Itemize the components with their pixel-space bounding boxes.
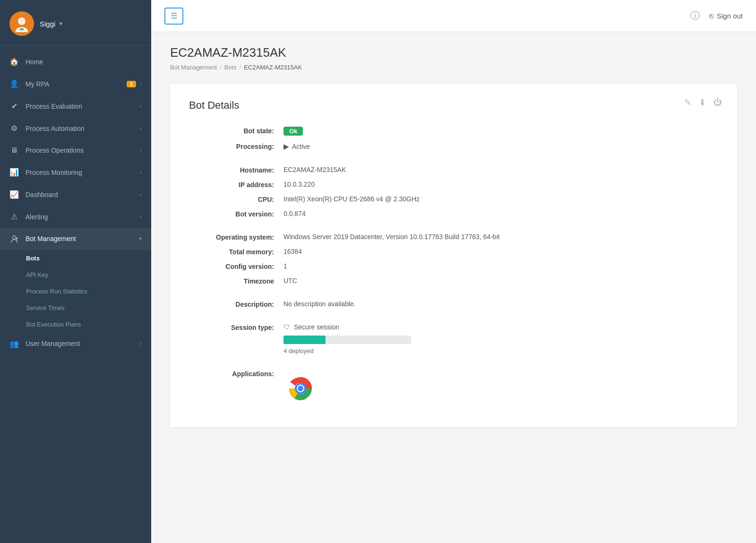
applications-row: Applications: bbox=[189, 370, 718, 405]
breadcrumb-bot-management[interactable]: Bot Management bbox=[170, 64, 217, 71]
svg-point-0 bbox=[18, 17, 26, 25]
pm-arrow: › bbox=[140, 169, 142, 176]
sidebar-nav: 🏠 Home 👤 My RPA 1 › ✔ Process Evaluation… bbox=[0, 46, 151, 543]
os-label: Operating system: bbox=[189, 233, 284, 241]
bot-version-label: Bot version: bbox=[189, 210, 284, 218]
signout-arrow-icon: ⎋ bbox=[709, 12, 714, 20]
memory-value: 16384 bbox=[284, 248, 718, 255]
shield-icon: 🛡 bbox=[284, 323, 290, 331]
bot-version-row: Bot version: 0.0.874 bbox=[189, 210, 718, 218]
alert-arrow: › bbox=[140, 214, 142, 220]
os-value: Windows Server 2019 Datacenter, Version … bbox=[284, 233, 718, 241]
sidebar-item-user-management[interactable]: 👥 User Management › bbox=[0, 333, 151, 355]
svg-point-3 bbox=[12, 236, 16, 239]
processing-label: Processing: bbox=[189, 142, 284, 150]
sub-nav-api-key[interactable]: API Key bbox=[0, 267, 151, 283]
cpu-label: CPU: bbox=[189, 195, 284, 203]
home-icon: 🏠 bbox=[9, 57, 19, 66]
bot-state-badge: Ok bbox=[284, 127, 303, 136]
card-title: Bot Details bbox=[189, 99, 718, 112]
play-icon: ▶ bbox=[284, 142, 289, 151]
config-value: 1 bbox=[284, 262, 718, 270]
avatar bbox=[9, 11, 34, 36]
breadcrumb: Bot Management / Bots / EC2AMAZ-M2315AK bbox=[170, 64, 737, 71]
session-label: Session type: bbox=[189, 323, 284, 331]
pe-arrow: › bbox=[140, 103, 142, 110]
cpu-value: Intel(R) Xeon(R) CPU E5-2686 v4 @ 2.30GH… bbox=[284, 195, 718, 203]
process-monitoring-icon: 📊 bbox=[9, 168, 19, 177]
dashboard-icon: 📈 bbox=[9, 190, 19, 199]
myrpa-badge: 1 bbox=[127, 81, 136, 87]
progress-bar-fill bbox=[284, 336, 326, 344]
hostname-label: Hostname: bbox=[189, 166, 284, 174]
user-profile: Siggi ▼ bbox=[0, 0, 151, 46]
session-value: 🛡 Secure session 4 deployed bbox=[284, 323, 718, 354]
sub-nav-bot-execution-plans[interactable]: Bot Execution Plans bbox=[0, 316, 151, 333]
memory-row: Total memory: 16384 bbox=[189, 248, 718, 256]
dash-arrow: › bbox=[140, 191, 142, 198]
sidebar-item-process-automation[interactable]: ⚙ Process Automation › bbox=[0, 117, 151, 139]
bot-state-row: Bot state: Ok bbox=[189, 127, 718, 136]
topbar-right: ⓘ ⎋ Sign out bbox=[690, 9, 743, 22]
sidebar: Siggi ▼ 🏠 Home 👤 My RPA 1 › ✔ Proces bbox=[0, 0, 151, 543]
sidebar-item-home[interactable]: 🏠 Home bbox=[0, 51, 151, 73]
um-arrow: › bbox=[140, 340, 142, 347]
breadcrumb-current: EC2AMAZ-M2315AK bbox=[244, 64, 302, 71]
edit-icon[interactable]: ✎ bbox=[684, 97, 691, 108]
page-title: EC2AMAZ-M2315AK bbox=[170, 45, 737, 60]
svg-point-4 bbox=[16, 237, 18, 239]
ip-row: IP address: 10.0.3.220 bbox=[189, 181, 718, 189]
sub-nav-service-times[interactable]: Service Times bbox=[0, 300, 151, 316]
ip-value: 10.0.3.220 bbox=[284, 181, 718, 188]
timezone-label: Timezone bbox=[189, 277, 284, 285]
deployed-count: 4 deployed bbox=[284, 347, 314, 354]
help-icon[interactable]: ⓘ bbox=[690, 9, 700, 22]
signout-button[interactable]: ⎋ Sign out bbox=[709, 12, 743, 20]
timezone-value: UTC bbox=[284, 277, 718, 284]
memory-label: Total memory: bbox=[189, 248, 284, 256]
sidebar-item-myrpa[interactable]: 👤 My RPA 1 › bbox=[0, 73, 151, 95]
cpu-row: CPU: Intel(R) Xeon(R) CPU E5-2686 v4 @ 2… bbox=[189, 195, 718, 203]
applications-value bbox=[284, 371, 718, 405]
sidebar-item-alerting[interactable]: ⚠ Alerting › bbox=[0, 206, 151, 228]
po-arrow: › bbox=[140, 147, 142, 154]
chevron-down-icon: ▼ bbox=[58, 21, 63, 26]
sidebar-item-process-evaluation[interactable]: ✔ Process Evaluation › bbox=[0, 95, 151, 117]
process-operations-icon: 🖥 bbox=[9, 146, 19, 155]
power-icon[interactable]: ⏻ bbox=[713, 97, 722, 108]
bot-state-value: Ok bbox=[284, 127, 718, 136]
bot-management-icon bbox=[9, 234, 19, 243]
breadcrumb-bots[interactable]: Bots bbox=[224, 64, 237, 71]
main-area: ☰ ⓘ ⎋ Sign out EC2AMAZ-M2315AK Bot Manag… bbox=[151, 0, 756, 543]
user-name-btn[interactable]: Siggi ▼ bbox=[40, 20, 63, 28]
sub-nav-bots[interactable]: Bots bbox=[0, 250, 151, 267]
sub-nav-process-run-statistics[interactable]: Process Run Statistics bbox=[0, 283, 151, 300]
config-row: Config version: 1 bbox=[189, 262, 718, 270]
sidebar-item-process-operations[interactable]: 🖥 Process Operations › bbox=[0, 139, 151, 161]
session-row: Session type: 🛡 Secure session 4 deploye… bbox=[189, 323, 718, 354]
menu-button[interactable]: ☰ bbox=[164, 8, 183, 25]
myrpa-icon: 👤 bbox=[9, 79, 19, 88]
sidebar-item-bot-management[interactable]: Bot Management ▾ bbox=[0, 228, 151, 250]
timezone-row: Timezone UTC bbox=[189, 277, 718, 285]
sidebar-item-dashboard[interactable]: 📈 Dashboard › bbox=[0, 183, 151, 206]
processing-value: ▶ Active bbox=[284, 142, 718, 151]
bm-arrow: ▾ bbox=[139, 235, 142, 242]
svg-point-9 bbox=[298, 386, 303, 391]
pa-arrow: › bbox=[140, 125, 142, 132]
process-automation-icon: ⚙ bbox=[9, 124, 19, 133]
user-management-icon: 👥 bbox=[9, 339, 19, 348]
ip-label: IP address: bbox=[189, 181, 284, 189]
chrome-icon bbox=[284, 371, 318, 405]
bot-details-card: Bot Details ✎ ⬇ ⏻ Bot state: Ok Processi… bbox=[170, 84, 737, 427]
deployment-progress bbox=[284, 336, 411, 344]
sidebar-item-process-monitoring[interactable]: 📊 Process Monitoring › bbox=[0, 161, 151, 183]
download-icon[interactable]: ⬇ bbox=[699, 97, 706, 108]
card-actions: ✎ ⬇ ⏻ bbox=[684, 97, 722, 108]
hostname-value: EC2AMAZ-M2315AK bbox=[284, 166, 718, 173]
os-row: Operating system: Windows Server 2019 Da… bbox=[189, 233, 718, 241]
alerting-icon: ⚠ bbox=[9, 212, 19, 221]
content-area: EC2AMAZ-M2315AK Bot Management / Bots / … bbox=[151, 32, 756, 543]
description-value: No description available. bbox=[284, 300, 718, 308]
myrpa-arrow: › bbox=[140, 81, 142, 87]
